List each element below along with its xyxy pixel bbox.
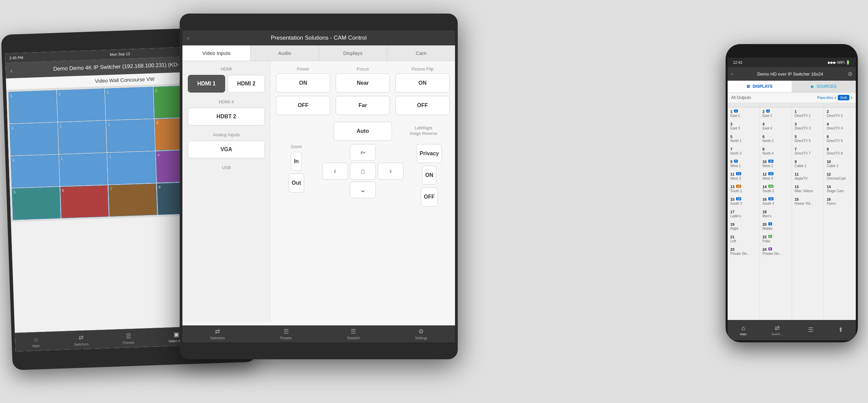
tl-nav-presets[interactable]: ☰ Presets xyxy=(122,332,134,345)
ph-out-15[interactable]: 15 15 South 3 xyxy=(728,195,760,208)
ph-src-7[interactable]: 7 DirectTV 7 xyxy=(792,145,824,158)
tl-back-button[interactable]: ‹ xyxy=(10,66,13,74)
ph-out-5[interactable]: 5 North 1 xyxy=(728,133,760,145)
table-row[interactable]: 7 xyxy=(108,183,157,217)
tab-audio[interactable]: Audio xyxy=(251,45,319,61)
ph-out-16[interactable]: 16 16 South 4 xyxy=(760,195,792,208)
table-row[interactable]: 1 xyxy=(9,122,58,156)
ph-out-19[interactable]: 19 Right xyxy=(728,220,760,233)
tc-lr-off-button[interactable]: OFF xyxy=(421,187,438,206)
ph-settings-icon[interactable]: ⚙ xyxy=(848,71,852,77)
ph-nav-upload[interactable]: ⬆ xyxy=(838,326,843,334)
ph-out-14[interactable]: 14 14 South 2 xyxy=(760,183,792,195)
ph-badge-2: 2 xyxy=(766,109,770,113)
ph-src-1[interactable]: 1 DirectTV 1 xyxy=(792,107,824,120)
ph-out-21[interactable]: 21 Left xyxy=(728,233,760,245)
ph-out-4[interactable]: 4 East 4 xyxy=(760,120,792,133)
table-row[interactable]: 6 xyxy=(60,185,109,218)
table-row[interactable]: 1 xyxy=(59,153,108,186)
ph-src-6[interactable]: 6 DirectTV 6 xyxy=(824,133,856,145)
tc-nav-settings[interactable]: ⚙ Settings xyxy=(415,328,427,340)
ph-nav-presets[interactable]: ☰ xyxy=(808,326,813,334)
ph-src-4[interactable]: 4 DirectTV 4 xyxy=(824,120,856,133)
tc-power-on-button[interactable]: ON xyxy=(276,74,330,93)
ph-nav-main[interactable]: ⌂ Main xyxy=(740,325,747,336)
dpad-up-button[interactable]: ‹ › xyxy=(350,144,376,161)
tc-nav-switchers[interactable]: ⇄ Switchers xyxy=(210,328,225,340)
tc-flip-on-button[interactable]: ON xyxy=(395,74,450,93)
tc-focus-far-button[interactable]: Far xyxy=(336,96,390,115)
table-row[interactable]: 1 xyxy=(105,87,154,120)
ph-out-18[interactable]: 18 Men's xyxy=(760,208,792,220)
tab-cam[interactable]: Cam xyxy=(387,45,455,61)
tab-displays[interactable]: Displays xyxy=(319,45,387,61)
dpad-home-button[interactable]: ⌂ xyxy=(350,163,376,179)
ph-src-16[interactable]: 16 Flyers xyxy=(824,195,856,208)
ph-out-13[interactable]: 13 13 South 1 xyxy=(728,183,760,195)
tc-nav-presets[interactable]: ☰ Presets xyxy=(280,328,292,340)
ph-out-12[interactable]: 12 12 West 4 xyxy=(760,170,792,183)
ph-src-9[interactable]: 9 Cable 1 xyxy=(792,158,824,170)
tc-nav-settings-label: Settings xyxy=(415,336,427,340)
tl-time: 2:45 PM xyxy=(9,56,23,60)
tab-displays[interactable]: ⊞ DISPLAYS xyxy=(728,81,792,92)
tc-power-off-button[interactable]: OFF xyxy=(276,96,330,115)
ph-src-15[interactable]: 15 House Vid… xyxy=(792,195,824,208)
tc-lr-on-button[interactable]: ON xyxy=(422,166,436,185)
ph-back-button[interactable]: ‹ xyxy=(731,71,733,77)
table-row[interactable]: 1 xyxy=(11,155,59,188)
tc-zoom-out-button[interactable]: Out xyxy=(289,174,304,193)
ph-out-7[interactable]: 7 North 3 xyxy=(728,145,760,158)
ph-src-5[interactable]: 5 DirectTV 5 xyxy=(792,133,824,145)
ph-out-24[interactable]: 24 8 Private Din… xyxy=(760,245,792,258)
ph-badge-1: 1 xyxy=(734,109,737,113)
tc-flip-off-button[interactable]: OFF xyxy=(395,96,450,115)
tc-zoom-in-button[interactable]: In xyxy=(291,152,302,171)
tc-back-button[interactable]: ‹ xyxy=(187,35,189,42)
ph-nav-switch[interactable]: ⇄ Switch… xyxy=(771,324,784,336)
tc-nav-detailed[interactable]: ☰ Detailed xyxy=(347,328,360,340)
ph-out-8[interactable]: 8 North 4 xyxy=(760,145,792,158)
ph-out-1[interactable]: 1 1 East 1 xyxy=(728,107,760,120)
tc-hdmi2-button[interactable]: HDMI 2 xyxy=(228,75,265,93)
dpad-right-button[interactable]: › xyxy=(378,163,403,179)
ph-src-14[interactable]: 14 Stage Cam xyxy=(824,183,856,195)
tl-nav-main[interactable]: ⌂ Main xyxy=(32,336,40,348)
table-row[interactable]: 1 xyxy=(57,88,105,122)
ph-src-12[interactable]: 12 ChromeCast xyxy=(824,170,856,183)
ph-out-23[interactable]: 23 Private Din… xyxy=(728,245,760,258)
tl-nav-switchers[interactable]: ⇄ Switchers xyxy=(74,334,89,346)
ph-out-9[interactable]: 9 9 West 1 xyxy=(728,158,760,170)
tc-vga-button[interactable]: VGA xyxy=(188,141,265,158)
ph-passthru-label: Pass-thru xyxy=(817,96,833,100)
table-row[interactable]: 1 xyxy=(107,151,156,184)
ph-src-3[interactable]: 3 DirectTV 3 xyxy=(792,120,824,133)
ph-src-8[interactable]: 8 DirectTV 8 xyxy=(824,145,856,158)
ph-out-10[interactable]: 10 10 West 2 xyxy=(760,158,792,170)
ph-src-11[interactable]: 11 AppleTV xyxy=(792,170,824,183)
dpad-down-button[interactable]: ⌄ xyxy=(350,182,376,198)
table-row[interactable]: 1 xyxy=(58,121,107,154)
dpad-left-button[interactable]: ‹ xyxy=(322,163,348,179)
ph-out-2[interactable]: 2 2 East 2 xyxy=(760,107,792,120)
table-row[interactable]: 5 xyxy=(12,187,61,220)
ph-out-20[interactable]: 20 4 Middle xyxy=(760,220,792,233)
ph-out-6[interactable]: 6 North 2 xyxy=(760,133,792,145)
ph-src-2[interactable]: 2 DirectTV 2 xyxy=(824,107,856,120)
tc-hdbt2-button[interactable]: HDBT 2 xyxy=(188,108,265,125)
tab-sources[interactable]: ▶ SOURCES xyxy=(792,81,856,92)
ph-out-11[interactable]: 11 11 West 3 xyxy=(728,170,760,183)
ph-src-10[interactable]: 10 Cable 2 xyxy=(824,158,856,170)
tc-hdmi1-button[interactable]: HDMI 1 xyxy=(188,75,225,93)
table-row[interactable]: 1 xyxy=(106,119,155,152)
ph-shift-button[interactable]: Shift xyxy=(838,95,849,100)
ph-out-22[interactable]: 22 6 Patio xyxy=(760,233,792,245)
tc-focus-auto-button[interactable]: Auto xyxy=(334,122,392,141)
tc-privacy-button[interactable]: Privacy xyxy=(417,144,442,163)
tc-focus-near-button[interactable]: Near xyxy=(336,74,390,93)
tab-video-inputs[interactable]: Video Inputs xyxy=(182,45,251,61)
ph-out-3[interactable]: 3 East 3 xyxy=(728,120,760,133)
table-row[interactable]: 1 xyxy=(8,90,57,123)
ph-src-13[interactable]: 13 iMac Videos xyxy=(792,183,824,195)
ph-out-17[interactable]: 17 Ladle's xyxy=(728,208,760,220)
